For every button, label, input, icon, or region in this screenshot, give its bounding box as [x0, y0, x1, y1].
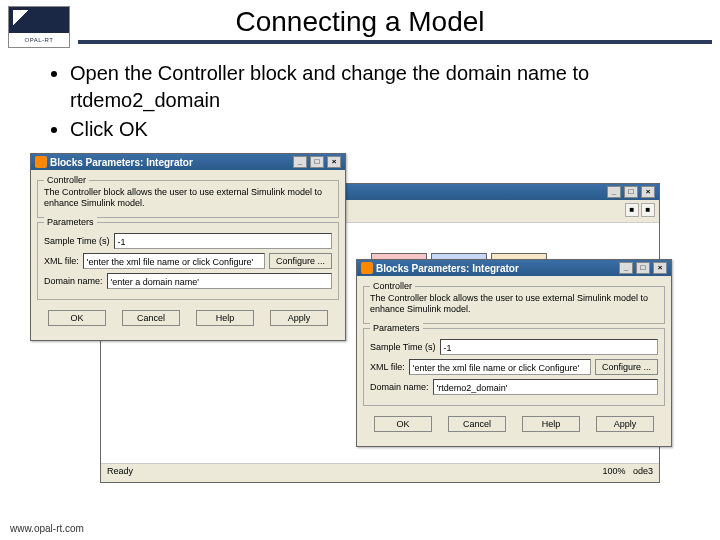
maximize-icon[interactable]: □ [624, 186, 638, 198]
sample-time-input[interactable]: -1 [440, 339, 658, 355]
footer-url: www.opal-rt.com [10, 523, 84, 534]
controller-description: The Controller block allows the user to … [44, 187, 332, 209]
domain-name-label: Domain name: [44, 276, 103, 286]
logo: OPAL-RT [8, 6, 70, 48]
domain-name-input[interactable]: 'rtdemo2_domain' [433, 379, 658, 395]
close-icon[interactable]: × [653, 262, 667, 274]
dialog-titlebar: Blocks Parameters: Integrator _ □ × [357, 260, 671, 276]
xml-file-input[interactable]: 'enter the xml file name or click Config… [83, 253, 265, 269]
close-icon[interactable]: × [641, 186, 655, 198]
apply-button[interactable]: Apply [270, 310, 328, 326]
parameters-group: Parameters Sample Time (s) -1 XML file: … [37, 222, 339, 300]
bullet-item: Open the Controller block and change the… [70, 60, 690, 114]
tool-icon[interactable]: ■ [625, 203, 639, 217]
group-label: Controller [44, 175, 89, 185]
tool-icon[interactable]: ■ [641, 203, 655, 217]
title-underline [78, 40, 712, 44]
maximize-icon[interactable]: □ [636, 262, 650, 274]
group-label: Controller [370, 281, 415, 291]
xml-file-input[interactable]: 'enter the xml file name or click Config… [409, 359, 591, 375]
dialog-title: Blocks Parameters: Integrator [50, 157, 193, 168]
controller-description: The Controller block allows the user to … [370, 293, 658, 315]
status-zoom: 100% [602, 466, 625, 476]
bullet-item: Click OK [70, 116, 690, 143]
minimize-icon[interactable]: _ [619, 262, 633, 274]
apply-button[interactable]: Apply [596, 416, 654, 432]
group-label: Parameters [370, 323, 423, 333]
help-button[interactable]: Help [522, 416, 580, 432]
parameters-dialog-1: Blocks Parameters: Integrator _ □ × Cont… [30, 153, 346, 341]
status-solver: ode3 [633, 466, 653, 476]
help-button[interactable]: Help [196, 310, 254, 326]
minimize-icon[interactable]: _ [293, 156, 307, 168]
ok-button[interactable]: OK [374, 416, 432, 432]
configure-button[interactable]: Configure ... [269, 253, 332, 269]
app-icon [35, 156, 47, 168]
simulink-status: Ready 100% ode3 [101, 463, 659, 478]
configure-button[interactable]: Configure ... [595, 359, 658, 375]
xml-file-label: XML file: [44, 256, 79, 266]
controller-group: Controller The Controller block allows t… [363, 286, 665, 324]
domain-name-label: Domain name: [370, 382, 429, 392]
sample-time-label: Sample Time (s) [44, 236, 110, 246]
page-title: Connecting a Model [0, 0, 720, 38]
ok-button[interactable]: OK [48, 310, 106, 326]
xml-file-label: XML file: [370, 362, 405, 372]
app-icon [361, 262, 373, 274]
maximize-icon[interactable]: □ [310, 156, 324, 168]
group-label: Parameters [44, 217, 97, 227]
sample-time-label: Sample Time (s) [370, 342, 436, 352]
bullet-list: Open the Controller block and change the… [0, 46, 720, 153]
controller-group: Controller The Controller block allows t… [37, 180, 339, 218]
cancel-button[interactable]: Cancel [448, 416, 506, 432]
sample-time-input[interactable]: -1 [114, 233, 332, 249]
parameters-group: Parameters Sample Time (s) -1 XML file: … [363, 328, 665, 406]
cancel-button[interactable]: Cancel [122, 310, 180, 326]
domain-name-input[interactable]: 'enter a domain name' [107, 273, 332, 289]
parameters-dialog-2: Blocks Parameters: Integrator _ □ × Cont… [356, 259, 672, 447]
status-ready: Ready [107, 466, 133, 476]
dialog-title: Blocks Parameters: Integrator [376, 263, 519, 274]
dialog-titlebar: Blocks Parameters: Integrator _ □ × [31, 154, 345, 170]
minimize-icon[interactable]: _ [607, 186, 621, 198]
close-icon[interactable]: × [327, 156, 341, 168]
logo-text: OPAL-RT [9, 33, 69, 47]
